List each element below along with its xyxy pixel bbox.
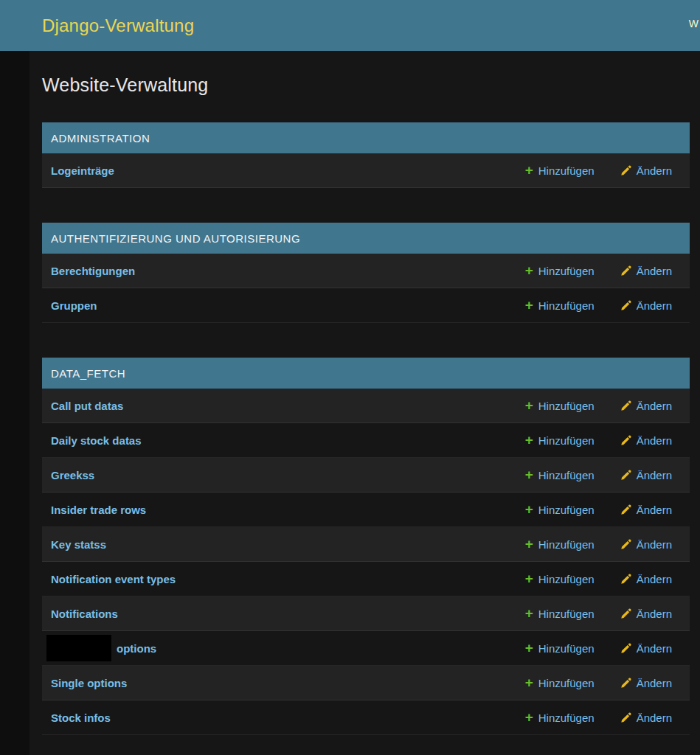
plus-icon: + <box>525 537 533 551</box>
change-label: Ändern <box>637 711 672 724</box>
change-link[interactable]: Ändern <box>620 573 672 585</box>
change-label: Ändern <box>637 504 672 516</box>
change-label: Ändern <box>637 434 672 447</box>
change-link[interactable]: Ändern <box>620 434 672 447</box>
add-link[interactable]: +Hinzufügen <box>525 299 595 313</box>
change-link[interactable]: Ändern <box>620 265 672 277</box>
table-row: Call put datas +Hinzufügen Ändern <box>42 389 690 423</box>
pencil-icon <box>620 712 631 723</box>
header-bar: Django-Verwaltung W <box>0 0 700 51</box>
pencil-icon <box>620 435 631 446</box>
table-row: Logeinträge +Hinzufügen Ändern <box>42 153 690 188</box>
model-link-stock-infos[interactable]: Stock infos <box>51 711 111 724</box>
add-label: Hinzufügen <box>538 469 595 481</box>
model-link-berechtigungen[interactable]: Berechtigungen <box>51 265 135 277</box>
model-link-daily-stock-datas[interactable]: Daily stock datas <box>51 434 142 447</box>
add-label: Hinzufügen <box>538 164 595 177</box>
add-label: Hinzufügen <box>538 538 595 551</box>
add-link[interactable]: +Hinzufügen <box>525 164 595 178</box>
change-label: Ändern <box>637 469 672 481</box>
model-link-logeintraege[interactable]: Logeinträge <box>51 164 114 177</box>
change-link[interactable]: Ändern <box>620 299 672 312</box>
change-label: Ändern <box>637 299 672 312</box>
module-caption[interactable]: ADMINISTRATION <box>42 122 690 153</box>
table-row: Greekss +Hinzufügen Ändern <box>42 458 690 493</box>
content-area: Website-Verwaltung ADMINISTRATION Logein… <box>30 51 700 755</box>
add-link[interactable]: +Hinzufügen <box>525 607 595 621</box>
add-link[interactable]: +Hinzufügen <box>525 537 595 552</box>
pencil-icon <box>620 643 631 654</box>
pencil-icon <box>620 300 631 311</box>
pencil-icon <box>620 678 631 689</box>
plus-icon: + <box>525 467 533 481</box>
pencil-icon <box>620 470 631 481</box>
redaction-box <box>46 635 111 661</box>
model-link-key-statss[interactable]: Key statss <box>51 538 106 551</box>
module-data-fetch: DATA_FETCH Call put datas +Hinzufügen Än… <box>42 358 690 735</box>
table-row: Daily stock datas +Hinzufügen Ändern <box>42 423 690 458</box>
change-link[interactable]: Ändern <box>620 677 672 689</box>
change-label: Ändern <box>637 164 672 177</box>
table-row: Berechtigungen +Hinzufügen Ändern <box>42 254 690 288</box>
plus-icon: + <box>525 606 533 620</box>
model-link-redacted-options[interactable]: options <box>51 635 156 661</box>
model-link-call-put-datas[interactable]: Call put datas <box>51 400 123 412</box>
change-label: Ändern <box>637 400 672 412</box>
change-link[interactable]: Ändern <box>620 608 672 620</box>
change-link[interactable]: Ändern <box>620 538 672 551</box>
site-title-link[interactable]: Django-Verwaltung <box>42 15 194 36</box>
model-link-greekss[interactable]: Greekss <box>51 469 94 481</box>
add-link[interactable]: +Hinzufügen <box>525 572 595 586</box>
add-link[interactable]: +Hinzufügen <box>525 641 595 655</box>
change-label: Ändern <box>637 538 672 551</box>
change-label: Ändern <box>637 265 672 277</box>
model-label: options <box>117 642 156 655</box>
add-label: Hinzufügen <box>538 434 595 447</box>
model-link-notification-event-types[interactable]: Notification event types <box>51 573 176 585</box>
change-label: Ändern <box>637 677 672 689</box>
table-row: Notifications +Hinzufügen Ändern <box>42 596 690 631</box>
model-link-gruppen[interactable]: Gruppen <box>51 299 97 312</box>
model-link-single-options[interactable]: Single options <box>51 677 127 689</box>
change-link[interactable]: Ändern <box>620 504 672 516</box>
change-link[interactable]: Ändern <box>620 642 672 655</box>
add-label: Hinzufügen <box>538 299 595 312</box>
table-row: Key statss +Hinzufügen Ändern <box>42 527 690 562</box>
plus-icon: + <box>525 675 533 689</box>
module-caption[interactable]: AUTHENTIFIZIERUNG UND AUTORISIERUNG <box>42 223 690 254</box>
add-link[interactable]: +Hinzufügen <box>525 264 595 278</box>
plus-icon: + <box>525 571 533 585</box>
pencil-icon <box>620 165 631 176</box>
change-link[interactable]: Ändern <box>620 469 672 481</box>
add-label: Hinzufügen <box>538 711 595 724</box>
pencil-icon <box>620 539 631 550</box>
table-row: Single options +Hinzufügen Ändern <box>42 666 690 700</box>
model-link-insider-trade-rows[interactable]: Insider trade rows <box>51 504 146 516</box>
model-link-notifications[interactable]: Notifications <box>51 608 118 620</box>
change-label: Ändern <box>637 642 672 655</box>
plus-icon: + <box>525 710 533 724</box>
add-link[interactable]: +Hinzufügen <box>525 676 595 690</box>
change-link[interactable]: Ändern <box>620 400 672 412</box>
add-link[interactable]: +Hinzufügen <box>525 434 595 448</box>
change-link[interactable]: Ändern <box>620 164 672 177</box>
add-label: Hinzufügen <box>538 504 595 516</box>
add-link[interactable]: +Hinzufügen <box>525 468 595 482</box>
page-title: Website-Verwaltung <box>42 74 700 96</box>
plus-icon: + <box>525 398 533 412</box>
pencil-icon <box>620 504 631 515</box>
add-label: Hinzufügen <box>538 677 595 689</box>
add-label: Hinzufügen <box>538 642 595 655</box>
add-link[interactable]: +Hinzufügen <box>525 711 595 725</box>
add-label: Hinzufügen <box>538 265 595 277</box>
table-row: Stock infos +Hinzufügen Ändern <box>42 700 690 735</box>
plus-icon: + <box>525 298 533 312</box>
change-label: Ändern <box>637 608 672 620</box>
module-caption[interactable]: DATA_FETCH <box>42 358 690 389</box>
change-link[interactable]: Ändern <box>620 711 672 724</box>
add-link[interactable]: +Hinzufügen <box>525 503 595 517</box>
user-tools-partial: W <box>689 18 699 29</box>
plus-icon: + <box>525 263 533 277</box>
add-label: Hinzufügen <box>538 608 595 620</box>
add-link[interactable]: +Hinzufügen <box>525 399 595 413</box>
